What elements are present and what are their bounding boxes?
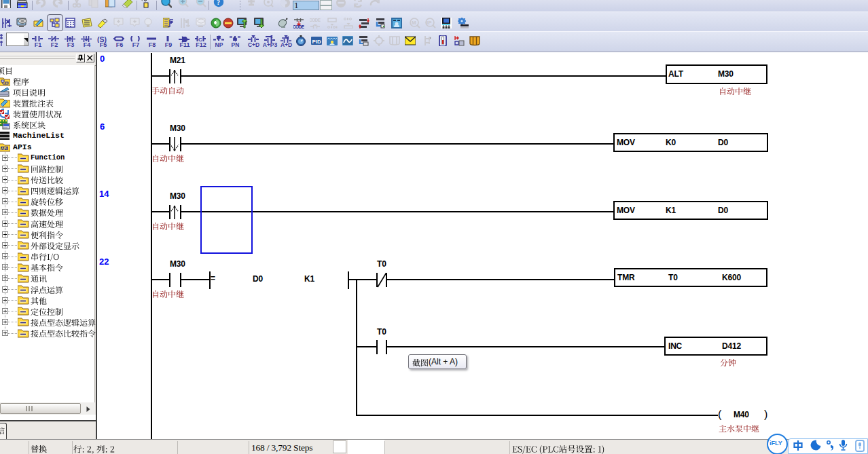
svg-text:M: M bbox=[412, 20, 416, 26]
svg-text:PID: PID bbox=[312, 39, 322, 45]
svg-text:CODE: CODE bbox=[293, 24, 304, 29]
svg-text:IP: IP bbox=[427, 20, 432, 26]
svg-text:API: API bbox=[1, 146, 8, 150]
svg-text:?: ? bbox=[217, 0, 220, 6]
svg-text:CODE: CODE bbox=[310, 18, 321, 22]
